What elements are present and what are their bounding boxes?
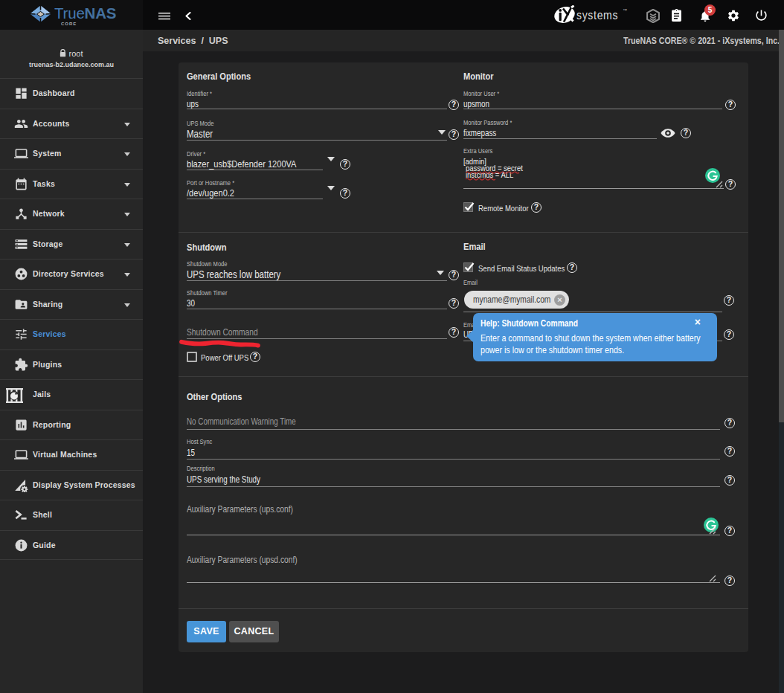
svg-text:systems: systems xyxy=(576,8,618,22)
svg-text:™: ™ xyxy=(623,8,627,13)
